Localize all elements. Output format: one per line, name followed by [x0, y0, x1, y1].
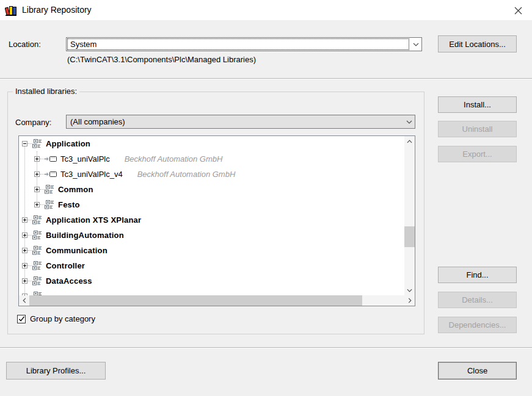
- tree-connector: [27, 143, 32, 144]
- scroll-left-icon[interactable]: [19, 295, 29, 306]
- tree-item-label: DataAccess: [46, 276, 92, 286]
- company-combobox[interactable]: (All companies): [66, 115, 415, 129]
- node-icon: [32, 139, 43, 148]
- node-icon: [45, 155, 57, 163]
- edit-locations-button[interactable]: Edit Locations...: [438, 35, 517, 52]
- company-label: Company:: [15, 118, 51, 127]
- category-icon: [45, 200, 55, 209]
- category-icon: [32, 246, 43, 255]
- tree-connector: [27, 235, 32, 236]
- close-window-button[interactable]: [511, 4, 525, 17]
- tree-row[interactable]: Tc3_uniValPlc_v4 Beckhoff Automation Gmb…: [20, 167, 404, 182]
- checkmark-icon: [18, 315, 25, 322]
- node-icon: [45, 185, 55, 194]
- tree-connector: [40, 189, 45, 190]
- expander-icon[interactable]: [22, 248, 27, 253]
- category-icon: [32, 261, 43, 270]
- horizontal-scrollbar-thumb[interactable]: [29, 295, 362, 306]
- tree-item-label: Application: [46, 139, 90, 148]
- tree-row[interactable]: DataAccess: [20, 273, 404, 289]
- find-button[interactable]: Find...: [438, 267, 517, 283]
- tree-item-label: Application XTS XPlanar: [46, 215, 141, 225]
- expander-icon[interactable]: [34, 156, 40, 162]
- separator-top: [0, 78, 532, 79]
- library-package-icon: [45, 155, 57, 163]
- expander-icon[interactable]: [34, 187, 40, 192]
- node-icon: [32, 246, 43, 255]
- close-button[interactable]: Close: [438, 362, 517, 380]
- horizontal-scrollbar[interactable]: [19, 295, 415, 306]
- export-button[interactable]: Export...: [438, 146, 517, 162]
- node-icon: [32, 276, 43, 286]
- company-selected-value: (All companies): [68, 117, 402, 127]
- expander-icon[interactable]: [22, 217, 27, 223]
- scroll-up-icon[interactable]: [404, 136, 415, 146]
- library-profiles-button[interactable]: Library Profiles...: [6, 362, 106, 380]
- details-button[interactable]: Details...: [438, 292, 517, 308]
- vertical-scrollbar-thumb[interactable]: [404, 226, 415, 247]
- library-repository-dialog: Library Repository Location: System Edit…: [0, 0, 532, 396]
- expander-icon[interactable]: [22, 232, 27, 238]
- group-by-category-row[interactable]: Group by category: [17, 314, 95, 323]
- category-icon: [32, 139, 43, 148]
- category-icon: [32, 276, 43, 286]
- group-by-category-label: Group by category: [30, 314, 95, 323]
- tree-row[interactable]: Tc3_uniValPlc Beckhoff Automation GmbH: [20, 151, 404, 167]
- tree-connector: [27, 220, 32, 220]
- tree-row[interactable]: Common: [20, 182, 404, 197]
- tree-connector: [40, 204, 45, 205]
- tree-connector: [40, 174, 45, 175]
- category-icon: [45, 185, 55, 194]
- tree-row[interactable]: Application: [20, 136, 404, 151]
- location-selected-value: System: [68, 39, 409, 49]
- location-combobox[interactable]: System: [66, 37, 422, 51]
- tree-item-label: Festo: [58, 200, 80, 209]
- tree-item-company: Beckhoff Automation GmbH: [125, 154, 223, 164]
- separator-bottom: [0, 347, 532, 348]
- tree-item-label: Tc3_uniValPlc_v4: [60, 170, 123, 179]
- tree-row[interactable]: Controller: [20, 258, 404, 273]
- location-path-text: (C:\TwinCAT\3.1\Components\Plc\Managed L…: [67, 55, 256, 64]
- tree-row[interactable]: Application XTS XPlanar: [20, 212, 404, 228]
- node-icon: [45, 200, 55, 209]
- expander-icon[interactable]: [22, 141, 27, 146]
- uninstall-button[interactable]: Uninstall: [438, 121, 517, 137]
- chevron-down-icon[interactable]: [410, 38, 421, 51]
- tree-row[interactable]: [20, 289, 404, 295]
- expander-icon[interactable]: [34, 202, 40, 207]
- tree-item-label: Communication: [46, 246, 107, 255]
- expander-icon[interactable]: [22, 293, 27, 295]
- tree-row[interactable]: BuildingAutomation: [20, 228, 404, 243]
- tree-item-label: Tc3_uniValPlc: [60, 154, 110, 164]
- location-label: Location:: [9, 40, 41, 49]
- node-icon: [32, 261, 43, 270]
- installed-libraries-label: Installed libraries:: [13, 87, 79, 96]
- library-package-icon: [45, 170, 57, 178]
- group-by-category-checkbox[interactable]: [17, 315, 26, 323]
- install-button[interactable]: Install...: [438, 96, 517, 113]
- library-books-icon: [5, 4, 18, 16]
- dependencies-button[interactable]: Dependencies...: [438, 317, 517, 333]
- category-icon: [32, 215, 43, 225]
- tree-row[interactable]: Festo: [20, 197, 404, 212]
- tree-row[interactable]: Communication: [20, 243, 404, 258]
- node-icon: [45, 170, 57, 178]
- vertical-scrollbar[interactable]: [404, 136, 415, 295]
- node-icon: [32, 231, 43, 240]
- scroll-down-icon[interactable]: [404, 285, 415, 295]
- tree-item-label: Common: [58, 185, 93, 194]
- chevron-down-icon[interactable]: [403, 115, 415, 128]
- close-icon: [514, 7, 522, 15]
- node-icon: [32, 215, 43, 225]
- scroll-right-icon[interactable]: [404, 295, 415, 306]
- library-tree-panel: Application Tc3_uniValPl: [18, 135, 415, 306]
- expander-icon[interactable]: [22, 263, 27, 268]
- expander-icon[interactable]: [22, 278, 27, 284]
- tree-connector: [27, 281, 32, 281]
- tree-item-company: Beckhoff Automation GmbH: [137, 170, 236, 179]
- tree-rows: Application Tc3_uniValPl: [20, 136, 404, 295]
- tree-item-label: BuildingAutomation: [46, 231, 124, 240]
- category-icon: [32, 231, 43, 240]
- expander-icon[interactable]: [34, 171, 40, 177]
- tree-connector: [27, 265, 32, 266]
